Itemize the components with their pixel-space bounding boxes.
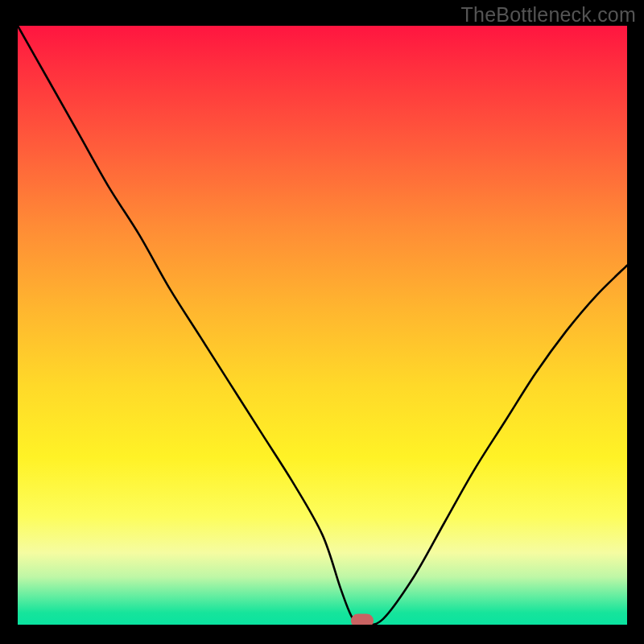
watermark-text: TheBottleneck.com (461, 3, 636, 27)
current-point-marker (351, 613, 374, 625)
bottleneck-curve (18, 26, 627, 625)
plot-area (18, 26, 627, 625)
chart-frame: TheBottleneck.com (0, 0, 644, 644)
curve-svg (18, 26, 627, 625)
